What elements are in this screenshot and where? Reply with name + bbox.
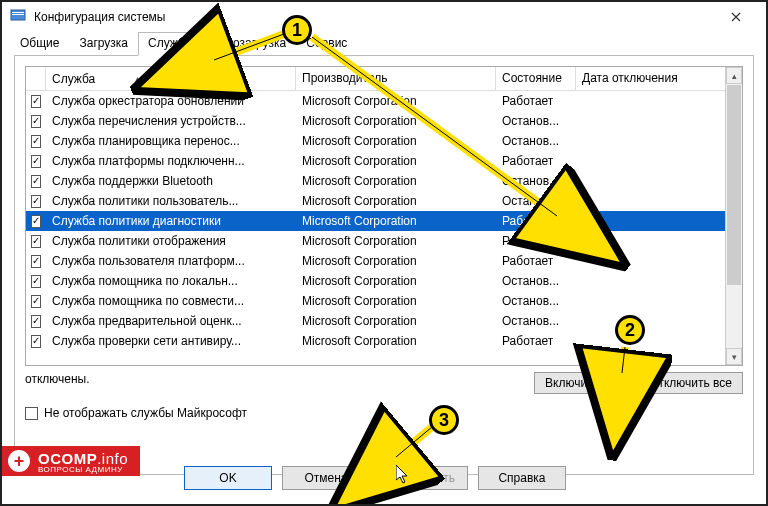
msconfig-window: Конфигурация системы ОбщиеЗагрузкаСлужбы… (2, 2, 766, 504)
row-date (576, 120, 742, 122)
row-name: Служба помощника по совмести... (46, 293, 296, 309)
row-checkbox-icon[interactable]: ✓ (31, 175, 41, 188)
row-checkbox-icon[interactable]: ✓ (31, 335, 41, 348)
hide-ms-checkbox[interactable]: Не отображать службы Майкрософт (25, 406, 743, 420)
row-date (576, 160, 742, 162)
row-state: Останов... (496, 273, 576, 289)
cursor-icon (396, 465, 412, 485)
row-vendor: Microsoft Corporation (296, 233, 496, 249)
row-vendor: Microsoft Corporation (296, 253, 496, 269)
row-checkbox-icon[interactable]: ✓ (31, 95, 41, 108)
list-header: Служба▴ Производитель Состояние Дата отк… (26, 67, 742, 91)
table-row[interactable]: ✓Служба поддержки BluetoothMicrosoft Cor… (26, 171, 742, 191)
row-vendor: Microsoft Corporation (296, 113, 496, 129)
row-name: Служба политики отображения (46, 233, 296, 249)
tab-общие[interactable]: Общие (10, 32, 69, 56)
row-vendor: Microsoft Corporation (296, 193, 496, 209)
table-row[interactable]: ✓Служба планировщика перенос...Microsoft… (26, 131, 742, 151)
table-row[interactable]: ✓Служба пользователя платформ...Microsof… (26, 251, 742, 271)
table-row[interactable]: ✓Служба помощника по совмести...Microsof… (26, 291, 742, 311)
row-vendor: Microsoft Corporation (296, 273, 496, 289)
tab-загрузка[interactable]: Загрузка (69, 32, 138, 56)
row-date (576, 260, 742, 262)
row-state: Работает (496, 233, 576, 249)
row-state: Работает (496, 253, 576, 269)
row-vendor: Microsoft Corporation (296, 333, 496, 349)
row-state: Останов... (496, 133, 576, 149)
row-state: Работает (496, 333, 576, 349)
row-checkbox-icon[interactable]: ✓ (31, 115, 41, 128)
col-date[interactable]: Дата отключения (576, 67, 742, 90)
row-name: Служба платформы подключенн... (46, 153, 296, 169)
row-state: Останов... (496, 173, 576, 189)
table-row[interactable]: ✓Служба политики диагностикиMicrosoft Co… (26, 211, 742, 231)
row-vendor: Microsoft Corporation (296, 213, 496, 229)
row-state: Работает (496, 153, 576, 169)
services-panel: Служба▴ Производитель Состояние Дата отк… (14, 55, 754, 475)
disable-all-button[interactable]: Отключить все (638, 372, 743, 394)
col-checkbox[interactable] (26, 67, 46, 90)
row-vendor: Microsoft Corporation (296, 153, 496, 169)
checkbox-icon[interactable] (25, 407, 38, 420)
row-checkbox-icon[interactable]: ✓ (31, 255, 41, 268)
col-name[interactable]: Служба▴ (46, 67, 296, 90)
row-checkbox-icon[interactable]: ✓ (31, 235, 41, 248)
row-state: Останов... (496, 293, 576, 309)
row-date (576, 220, 742, 222)
scroll-down-icon[interactable]: ▾ (726, 348, 742, 365)
window-title: Конфигурация системы (34, 10, 714, 24)
table-row[interactable]: ✓Служба помощника по локальн...Microsoft… (26, 271, 742, 291)
row-vendor: Microsoft Corporation (296, 133, 496, 149)
scroll-thumb[interactable] (727, 85, 741, 285)
table-row[interactable]: ✓Служба оркестратора обновленийMicrosoft… (26, 91, 742, 111)
scroll-up-icon[interactable]: ▴ (726, 67, 742, 84)
table-row[interactable]: ✓Служба перечисления устройств...Microso… (26, 111, 742, 131)
row-date (576, 200, 742, 202)
col-state[interactable]: Состояние (496, 67, 576, 90)
row-name: Служба перечисления устройств... (46, 113, 296, 129)
apply-button: Применить (380, 466, 468, 490)
row-date (576, 140, 742, 142)
row-checkbox-icon[interactable]: ✓ (31, 135, 41, 148)
row-state: Работает (496, 213, 576, 229)
table-row[interactable]: ✓Служба политики пользователь...Microsof… (26, 191, 742, 211)
row-date (576, 280, 742, 282)
svg-rect-2 (12, 14, 24, 15)
row-state: Останов... (496, 113, 576, 129)
row-vendor: Microsoft Corporation (296, 293, 496, 309)
row-name: Служба поддержки Bluetooth (46, 173, 296, 189)
col-vendor[interactable]: Производитель (296, 67, 496, 90)
cancel-button[interactable]: Отмена (282, 466, 370, 490)
row-checkbox-icon[interactable]: ✓ (31, 215, 41, 228)
row-checkbox-icon[interactable]: ✓ (31, 155, 41, 168)
row-name: Служба проверки сети антивиру... (46, 333, 296, 349)
scrollbar[interactable]: ▴ ▾ (725, 67, 742, 365)
row-state: Останов... (496, 313, 576, 329)
svg-rect-1 (12, 12, 24, 13)
watermark: + OCOMP.info ВОПРОСЫ АДМИНУ (2, 446, 140, 476)
enable-all-button[interactable]: Включить все (534, 372, 632, 394)
close-button[interactable] (714, 2, 758, 32)
row-date (576, 300, 742, 302)
hide-ms-label: Не отображать службы Майкрософт (44, 406, 247, 420)
row-vendor: Microsoft Corporation (296, 93, 496, 109)
table-row[interactable]: ✓Служба политики отображенияMicrosoft Co… (26, 231, 742, 251)
row-checkbox-icon[interactable]: ✓ (31, 195, 41, 208)
sort-asc-icon: ▴ (135, 73, 140, 84)
table-row[interactable]: ✓Служба платформы подключенн...Microsoft… (26, 151, 742, 171)
titlebar: Конфигурация системы (2, 2, 766, 32)
row-vendor: Microsoft Corporation (296, 313, 496, 329)
row-checkbox-icon[interactable]: ✓ (31, 275, 41, 288)
watermark-plus-icon: + (8, 450, 30, 472)
row-date (576, 240, 742, 242)
annotation-marker-2: 2 (615, 315, 645, 345)
row-date (576, 340, 742, 342)
help-button[interactable]: Справка (478, 466, 566, 490)
row-checkbox-icon[interactable]: ✓ (31, 295, 41, 308)
tab-службы[interactable]: Службы (138, 32, 203, 56)
row-date (576, 320, 742, 322)
row-checkbox-icon[interactable]: ✓ (31, 315, 41, 328)
row-name: Служба планировщика перенос... (46, 133, 296, 149)
ok-button[interactable]: OK (184, 466, 272, 490)
row-name: Служба предварительной оценк... (46, 313, 296, 329)
